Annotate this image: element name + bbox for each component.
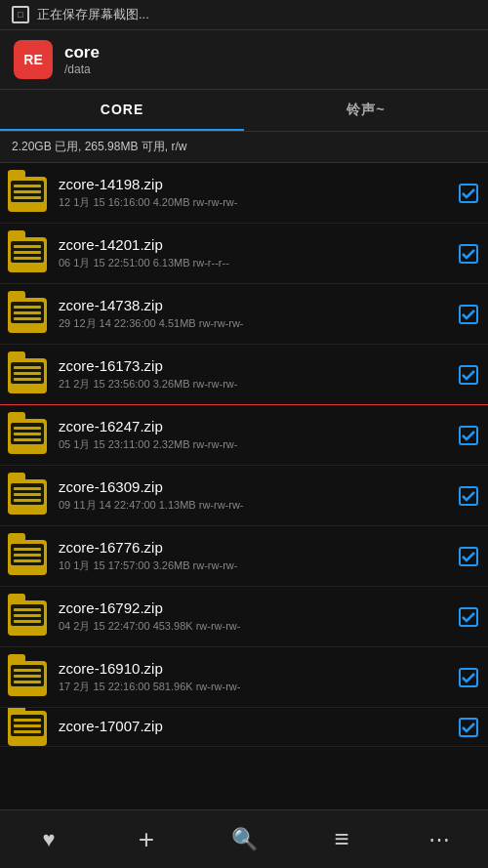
file-meta: 29 12月 14 22:36:00 4.51MB rw-rw-rw-: [59, 316, 457, 331]
file-name: zcore-16309.zip: [59, 478, 457, 495]
file-checkbox[interactable]: [457, 605, 480, 629]
file-info: zcore-14738.zip 29 12月 14 22:36:00 4.51M…: [59, 297, 457, 331]
tab-core[interactable]: CORE: [0, 90, 244, 131]
file-icon: [8, 708, 49, 747]
file-item[interactable]: zcore-16173.zip 21 2月 15 23:56:00 3.26MB…: [0, 345, 488, 405]
file-meta: 05 1月 15 23:11:00 2.32MB rw-rw-rw-: [59, 437, 457, 452]
tab-ringtone[interactable]: 铃声~: [244, 90, 488, 131]
svg-rect-6: [460, 548, 477, 565]
file-meta: 17 2月 15 22:16:00 581.96K rw-rw-rw-: [59, 680, 457, 694]
storage-info: 2.20GB 已用, 265.98MB 可用, r/w: [0, 132, 488, 163]
file-meta: 12 1月 15 16:16:00 4.20MB rw-rw-rw-: [59, 195, 457, 210]
file-name: zcore-14738.zip: [59, 297, 457, 313]
file-item[interactable]: zcore-16247.zip 05 1月 15 23:11:00 2.32MB…: [0, 405, 488, 466]
app-subtitle: /data: [64, 62, 100, 76]
file-info: zcore-14198.zip 12 1月 15 16:16:00 4.20MB…: [59, 176, 457, 210]
svg-rect-7: [460, 608, 477, 626]
filter-icon: ≡: [334, 824, 348, 854]
file-checkbox[interactable]: [457, 545, 480, 568]
file-item[interactable]: zcore-16309.zip 09 11月 14 22:47:00 1.13M…: [0, 466, 488, 526]
nav-filter[interactable]: ≡: [293, 810, 390, 868]
file-name: zcore-16173.zip: [59, 357, 457, 374]
file-icon: [8, 233, 49, 274]
file-checkbox[interactable]: [457, 424, 480, 447]
file-icon: [8, 354, 49, 395]
file-name: zcore-16910.zip: [59, 660, 457, 677]
file-meta: 21 2月 15 23:56:00 3.26MB rw-rw-rw-: [59, 377, 457, 392]
app-title-group: core /data: [64, 43, 100, 76]
file-item[interactable]: zcore-16910.zip 17 2月 15 22:16:00 581.96…: [0, 647, 488, 708]
svg-rect-2: [460, 306, 477, 323]
app-header: RE core /data: [0, 30, 488, 90]
file-list: zcore-14198.zip 12 1月 15 16:16:00 4.20MB…: [0, 163, 488, 781]
file-info: zcore-16247.zip 05 1月 15 23:11:00 2.32MB…: [59, 418, 457, 452]
file-icon: [8, 657, 49, 698]
svg-rect-3: [460, 366, 477, 384]
file-info: zcore-16776.zip 10 1月 15 17:57:00 3.26MB…: [59, 539, 457, 573]
screenshot-icon: □: [12, 6, 29, 23]
file-name: zcore-17007.zip: [59, 718, 457, 734]
file-checkbox[interactable]: [457, 363, 480, 387]
file-meta: 09 11月 14 22:47:00 1.13MB rw-rw-rw-: [59, 498, 457, 513]
status-bar: □ 正在保存屏幕截图...: [0, 0, 488, 30]
nav-more[interactable]: ⋯: [390, 810, 488, 868]
svg-rect-0: [460, 185, 477, 202]
file-item[interactable]: zcore-16792.zip 04 2月 15 22:47:00 453.98…: [0, 587, 488, 647]
svg-rect-4: [460, 427, 477, 444]
file-name: zcore-14198.zip: [59, 176, 457, 192]
file-checkbox[interactable]: [457, 303, 480, 326]
status-text: 正在保存屏幕截图...: [37, 6, 149, 23]
file-checkbox[interactable]: [457, 242, 480, 266]
file-item[interactable]: zcore-17007.zip: [0, 708, 488, 747]
file-icon: [8, 597, 49, 638]
file-checkbox[interactable]: [457, 716, 480, 739]
svg-rect-9: [460, 719, 477, 736]
file-meta: 04 2月 15 22:47:00 453.98K rw-rw-rw-: [59, 619, 457, 634]
app-logo: RE: [14, 40, 53, 79]
file-checkbox[interactable]: [457, 182, 480, 205]
file-checkbox[interactable]: [457, 484, 480, 508]
file-icon: [8, 173, 49, 214]
file-item[interactable]: zcore-16776.zip 10 1月 15 17:57:00 3.26MB…: [0, 526, 488, 587]
file-icon: [8, 415, 49, 456]
nav-search[interactable]: 🔍: [195, 810, 293, 868]
file-icon: [8, 475, 49, 517]
add-icon: +: [139, 824, 154, 855]
file-info: zcore-16309.zip 09 11月 14 22:47:00 1.13M…: [59, 478, 457, 513]
more-icon: ⋯: [428, 827, 450, 852]
file-meta: 06 1月 15 22:51:00 6.13MB rw-r--r--: [59, 256, 457, 270]
file-checkbox[interactable]: [457, 666, 480, 689]
file-info: zcore-16173.zip 21 2月 15 23:56:00 3.26MB…: [59, 357, 457, 392]
file-icon: [8, 294, 49, 335]
search-icon: 🔍: [231, 827, 258, 852]
file-info: zcore-17007.zip: [59, 718, 457, 737]
tab-bar: CORE 铃声~: [0, 90, 488, 132]
file-icon: [8, 536, 49, 577]
file-info: zcore-14201.zip 06 1月 15 22:51:00 6.13MB…: [59, 236, 457, 270]
file-name: zcore-16776.zip: [59, 539, 457, 556]
file-item[interactable]: zcore-14738.zip 29 12月 14 22:36:00 4.51M…: [0, 284, 488, 345]
file-info: zcore-16792.zip 04 2月 15 22:47:00 453.98…: [59, 599, 457, 634]
bottom-nav: ♥ + 🔍 ≡ ⋯: [0, 809, 488, 868]
svg-rect-8: [460, 669, 477, 686]
file-item[interactable]: zcore-14201.zip 06 1月 15 22:51:00 6.13MB…: [0, 224, 488, 284]
file-meta: 10 1月 15 17:57:00 3.26MB rw-rw-rw-: [59, 558, 457, 573]
svg-rect-5: [460, 487, 477, 505]
app-title: core: [64, 43, 100, 62]
heart-icon: ♥: [42, 827, 55, 852]
nav-heart[interactable]: ♥: [0, 810, 98, 868]
file-info: zcore-16910.zip 17 2月 15 22:16:00 581.96…: [59, 660, 457, 694]
nav-add[interactable]: +: [98, 810, 195, 868]
file-name: zcore-16247.zip: [59, 418, 457, 434]
file-name: zcore-14201.zip: [59, 236, 457, 253]
svg-rect-1: [460, 245, 477, 263]
file-item[interactable]: zcore-14198.zip 12 1月 15 16:16:00 4.20MB…: [0, 163, 488, 224]
file-name: zcore-16792.zip: [59, 599, 457, 616]
